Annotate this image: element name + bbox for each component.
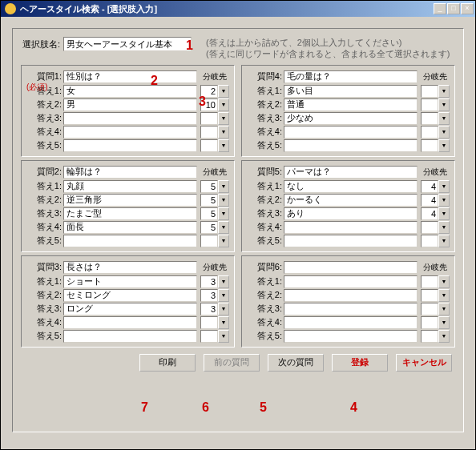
register-button[interactable]: 登録 — [332, 354, 388, 372]
answer-input[interactable] — [63, 330, 197, 343]
answer-input[interactable] — [63, 194, 197, 207]
spinner-down-icon[interactable]: ▼ — [218, 275, 229, 288]
answer-input[interactable] — [63, 85, 197, 98]
branch-spinner[interactable]: ▼ — [421, 194, 450, 207]
branch-value[interactable] — [421, 275, 438, 288]
answer-input[interactable] — [284, 180, 418, 193]
spinner-down-icon[interactable]: ▼ — [218, 85, 229, 98]
branch-value[interactable] — [200, 289, 218, 302]
spinner-down-icon[interactable]: ▼ — [218, 98, 229, 111]
answer-input[interactable] — [63, 98, 197, 111]
spinner-down-icon[interactable]: ▼ — [438, 207, 450, 220]
branch-value[interactable] — [421, 85, 438, 98]
branch-value[interactable] — [200, 139, 218, 152]
branch-spinner[interactable]: ▼ — [421, 316, 450, 329]
spinner-down-icon[interactable]: ▼ — [218, 221, 229, 234]
branch-spinner[interactable]: ▼ — [200, 194, 229, 207]
branch-value[interactable] — [421, 289, 438, 302]
answer-input[interactable] — [284, 112, 418, 125]
prev-question-button[interactable]: 前の質問 — [204, 354, 260, 372]
branch-value[interactable] — [200, 98, 218, 111]
spinner-down-icon[interactable]: ▼ — [218, 303, 229, 315]
minimize-button[interactable]: _ — [434, 3, 446, 14]
branch-spinner[interactable]: ▼ — [200, 180, 229, 193]
spinner-down-icon[interactable]: ▼ — [218, 207, 229, 220]
branch-spinner[interactable]: ▼ — [200, 126, 229, 139]
branch-spinner[interactable]: ▼ — [421, 98, 450, 111]
answer-input[interactable] — [284, 194, 418, 207]
answer-input[interactable] — [284, 207, 418, 220]
answer-input[interactable] — [63, 235, 197, 247]
branch-spinner[interactable]: ▼ — [421, 275, 450, 288]
branch-value[interactable] — [200, 126, 218, 139]
question-input[interactable] — [284, 70, 418, 83]
branch-spinner[interactable]: ▼ — [421, 112, 450, 125]
answer-input[interactable] — [63, 275, 197, 288]
print-button[interactable]: 印刷 — [139, 354, 196, 372]
spinner-down-icon[interactable]: ▼ — [438, 330, 450, 343]
branch-value[interactable] — [200, 303, 218, 315]
branch-value[interactable] — [200, 316, 218, 329]
answer-input[interactable] — [63, 289, 197, 302]
cancel-button[interactable]: キャンセル — [396, 354, 452, 372]
spinner-down-icon[interactable]: ▼ — [218, 112, 229, 125]
answer-input[interactable] — [284, 289, 418, 302]
spinner-down-icon[interactable]: ▼ — [438, 235, 450, 247]
branch-spinner[interactable]: ▼ — [200, 330, 229, 343]
branch-value[interactable] — [421, 139, 438, 152]
answer-input[interactable] — [284, 85, 418, 98]
question-input[interactable] — [284, 261, 418, 274]
answer-input[interactable] — [284, 126, 418, 139]
branch-value[interactable] — [200, 112, 218, 125]
spinner-down-icon[interactable]: ▼ — [438, 194, 450, 207]
branch-spinner[interactable]: ▼ — [421, 303, 450, 315]
spinner-down-icon[interactable]: ▼ — [438, 303, 450, 315]
spinner-down-icon[interactable]: ▼ — [438, 180, 450, 193]
question-input[interactable] — [63, 261, 197, 274]
question-input[interactable] — [63, 166, 197, 179]
answer-input[interactable] — [63, 303, 197, 315]
branch-value[interactable] — [200, 207, 218, 220]
branch-value[interactable] — [200, 221, 218, 234]
answer-input[interactable] — [284, 139, 418, 152]
question-input[interactable] — [63, 70, 197, 83]
branch-spinner[interactable]: ▼ — [200, 139, 229, 152]
branch-spinner[interactable]: ▼ — [200, 235, 229, 247]
spinner-down-icon[interactable]: ▼ — [218, 235, 229, 247]
branch-value[interactable] — [200, 85, 218, 98]
branch-value[interactable] — [421, 221, 438, 234]
answer-input[interactable] — [63, 112, 197, 125]
spinner-down-icon[interactable]: ▼ — [438, 98, 450, 111]
answer-input[interactable] — [284, 316, 418, 329]
branch-value[interactable] — [421, 112, 438, 125]
maximize-button[interactable]: □ — [447, 3, 460, 14]
branch-spinner[interactable]: ▼ — [200, 316, 229, 329]
branch-value[interactable] — [421, 126, 438, 139]
branch-value[interactable] — [200, 330, 218, 343]
spinner-down-icon[interactable]: ▼ — [218, 194, 229, 207]
branch-value[interactable] — [200, 235, 218, 247]
spinner-down-icon[interactable]: ▼ — [438, 316, 450, 329]
branch-value[interactable] — [421, 330, 438, 343]
answer-input[interactable] — [284, 330, 418, 343]
spinner-down-icon[interactable]: ▼ — [218, 126, 229, 139]
branch-value[interactable] — [421, 316, 438, 329]
answer-input[interactable] — [284, 303, 418, 315]
close-button[interactable]: × — [461, 3, 474, 14]
question-input[interactable] — [284, 166, 418, 179]
answer-input[interactable] — [284, 98, 418, 111]
spinner-down-icon[interactable]: ▼ — [438, 112, 450, 125]
branch-value[interactable] — [421, 194, 438, 207]
branch-value[interactable] — [421, 235, 438, 247]
spinner-down-icon[interactable]: ▼ — [438, 221, 450, 234]
branch-spinner[interactable]: ▼ — [421, 207, 450, 220]
branch-spinner[interactable]: ▼ — [421, 139, 450, 152]
branch-spinner[interactable]: ▼ — [200, 221, 229, 234]
branch-spinner[interactable]: ▼ — [200, 98, 229, 111]
branch-spinner[interactable]: ▼ — [421, 85, 450, 98]
branch-spinner[interactable]: ▼ — [421, 126, 450, 139]
answer-input[interactable] — [284, 235, 418, 247]
branch-spinner[interactable]: ▼ — [200, 85, 229, 98]
branch-value[interactable] — [200, 180, 218, 193]
branch-spinner[interactable]: ▼ — [421, 330, 450, 343]
